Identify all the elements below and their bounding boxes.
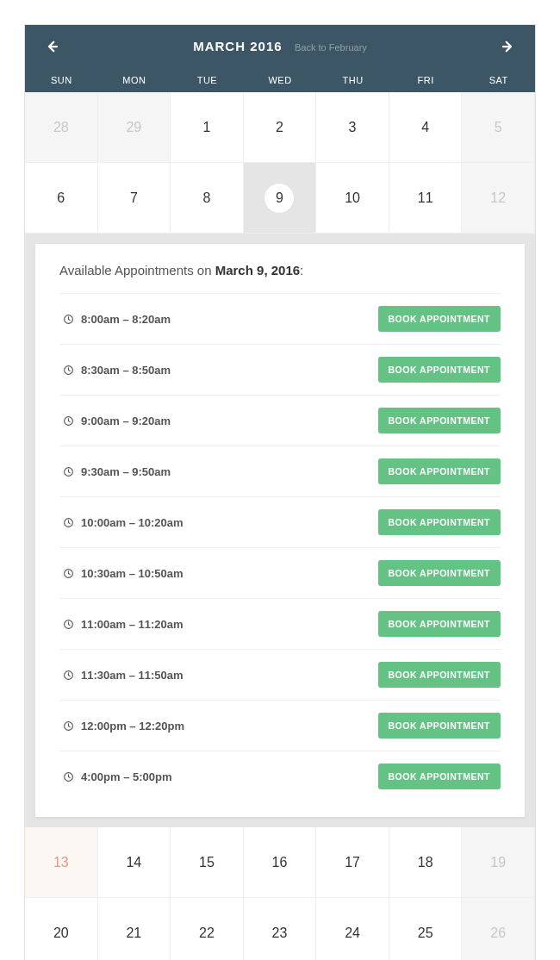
clock-icon — [63, 415, 74, 427]
clock-icon — [63, 619, 74, 630]
book-appointment-button[interactable]: BOOK APPOINTMENT — [378, 611, 501, 637]
clock-icon — [63, 771, 74, 782]
day-cell[interactable]: 22 — [171, 898, 244, 960]
day-cell[interactable]: 2 — [244, 92, 317, 163]
panel-title-prefix: Available Appointments on — [59, 263, 215, 277]
next-month-button[interactable] — [501, 39, 516, 54]
prev-month-button[interactable] — [44, 39, 59, 54]
slot-time: 9:00am – 9:20am — [59, 415, 171, 427]
slot-time-text: 11:30am – 11:50am — [81, 669, 184, 682]
clock-icon — [63, 670, 74, 681]
day-cell[interactable]: 4 — [389, 92, 463, 163]
book-appointment-button[interactable]: BOOK APPOINTMENT — [378, 458, 501, 484]
day-cell[interactable]: 21 — [98, 898, 171, 960]
day-cell[interactable]: 23 — [244, 898, 317, 960]
day-cell[interactable]: 13 — [25, 827, 98, 898]
slot-time: 11:00am – 11:20am — [59, 618, 184, 631]
calendar-title: MARCH 2016 — [193, 39, 282, 53]
day-number: 25 — [418, 926, 433, 941]
day-number: 20 — [53, 926, 69, 941]
day-number: 14 — [126, 855, 141, 870]
day-cell[interactable]: 11 — [389, 163, 463, 234]
book-appointment-button[interactable]: BOOK APPOINTMENT — [378, 764, 501, 789]
calendar-title-wrap: MARCH 2016 Back to February — [193, 39, 367, 54]
appointment-slot: 12:00pm – 12:20pmBOOK APPOINTMENT — [59, 700, 501, 751]
day-cell[interactable]: 7 — [98, 163, 171, 234]
slot-time: 11:30am – 11:50am — [59, 669, 184, 682]
day-cell[interactable]: 6 — [25, 163, 98, 234]
day-cell: 19 — [462, 827, 535, 898]
appointment-slot: 4:00pm – 5:00pmBOOK APPOINTMENT — [59, 751, 501, 801]
day-number: 5 — [495, 120, 502, 135]
day-cell[interactable]: 20 — [25, 898, 98, 960]
day-number: 13 — [53, 855, 69, 870]
day-cell[interactable]: 18 — [389, 827, 463, 898]
slot-time-text: 10:30am – 10:50am — [81, 567, 184, 580]
day-cell: 26 — [462, 898, 535, 960]
day-cell: 5 — [462, 92, 535, 163]
weekday-label: WED — [244, 68, 317, 92]
weekday-label: SAT — [462, 68, 535, 92]
slot-time: 10:30am – 10:50am — [59, 567, 184, 580]
slot-time: 8:00am – 8:20am — [59, 313, 171, 326]
clock-icon — [63, 720, 74, 732]
day-number: 2 — [276, 120, 283, 135]
day-cell[interactable]: 1 — [171, 92, 244, 163]
day-number: 10 — [345, 190, 360, 206]
weekday-header-row: SUNMONTUEWEDTHUFRISAT — [25, 68, 535, 92]
clock-icon — [63, 517, 74, 528]
day-cell[interactable]: 15 — [171, 827, 244, 898]
book-appointment-button[interactable]: BOOK APPOINTMENT — [378, 306, 501, 332]
weekday-label: SUN — [25, 68, 98, 92]
weekday-label: MON — [98, 68, 171, 92]
day-number: 22 — [199, 926, 215, 941]
day-number: 19 — [490, 855, 506, 870]
slot-time-text: 4:00pm – 5:00pm — [81, 770, 172, 783]
day-number: 23 — [272, 926, 288, 941]
arrow-right-icon — [501, 39, 516, 54]
day-cell[interactable]: 8 — [171, 163, 244, 234]
slot-time-text: 8:30am – 8:50am — [81, 364, 171, 377]
appointment-slot: 9:00am – 9:20amBOOK APPOINTMENT — [59, 395, 501, 446]
day-cell[interactable]: 9 — [244, 163, 317, 234]
book-appointment-button[interactable]: BOOK APPOINTMENT — [378, 713, 501, 739]
book-appointment-button[interactable]: BOOK APPOINTMENT — [378, 560, 501, 586]
clock-icon — [63, 365, 74, 376]
weekday-label: FRI — [389, 68, 463, 92]
day-number: 1 — [202, 120, 210, 135]
appointment-slot: 11:30am – 11:50amBOOK APPOINTMENT — [59, 649, 501, 700]
calendar: MARCH 2016 Back to February SUNMONTUEWED… — [24, 24, 536, 960]
calendar-header: MARCH 2016 Back to February — [25, 25, 535, 68]
day-cell[interactable]: 25 — [389, 898, 463, 960]
book-appointment-button[interactable]: BOOK APPOINTMENT — [378, 357, 501, 383]
day-cell[interactable]: 16 — [244, 827, 317, 898]
day-number: 12 — [490, 190, 506, 206]
day-cell: 29 — [98, 92, 171, 163]
day-number: 8 — [202, 190, 210, 206]
day-cell: 28 — [25, 92, 98, 163]
book-appointment-button[interactable]: BOOK APPOINTMENT — [378, 408, 501, 433]
day-cell[interactable]: 3 — [316, 92, 389, 163]
slot-time-text: 10:00am – 10:20am — [81, 516, 184, 529]
day-cell[interactable]: 14 — [98, 827, 171, 898]
day-cell[interactable]: 17 — [316, 827, 389, 898]
appointment-slot: 10:00am – 10:20amBOOK APPOINTMENT — [59, 496, 501, 547]
day-number: 3 — [349, 120, 357, 135]
book-appointment-button[interactable]: BOOK APPOINTMENT — [378, 509, 501, 535]
book-appointment-button[interactable]: BOOK APPOINTMENT — [378, 662, 501, 688]
slot-time-text: 11:00am – 11:20am — [81, 618, 184, 631]
day-cell[interactable]: 10 — [316, 163, 389, 234]
day-number: 26 — [490, 926, 506, 941]
day-cell[interactable]: 24 — [316, 898, 389, 960]
day-number: 28 — [53, 120, 69, 135]
slot-time-text: 9:30am – 9:50am — [81, 465, 171, 478]
slot-time-text: 9:00am – 9:20am — [81, 415, 171, 427]
day-cell: 12 — [462, 163, 535, 234]
panel-title-suffix: : — [300, 263, 303, 277]
slot-time-text: 12:00pm – 12:20pm — [81, 720, 184, 732]
appointment-slot: 11:00am – 11:20amBOOK APPOINTMENT — [59, 598, 501, 649]
back-to-prev-link[interactable]: Back to February — [295, 42, 367, 53]
day-number: 24 — [345, 926, 360, 941]
day-number: 7 — [130, 190, 138, 206]
panel-title: Available Appointments on March 9, 2016: — [59, 263, 501, 277]
